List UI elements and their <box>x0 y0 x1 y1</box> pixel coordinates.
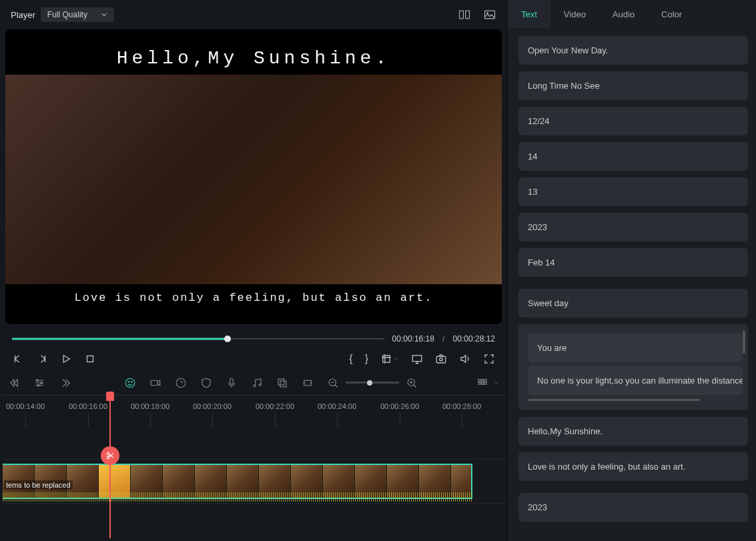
text-item[interactable]: 2023 <box>518 493 748 522</box>
mark-in-button[interactable]: { <box>349 353 352 365</box>
svg-point-12 <box>125 378 135 388</box>
ruler-tick: 00:00:28:00 <box>442 402 481 410</box>
tab-video[interactable]: Video <box>550 0 599 28</box>
text-item[interactable]: Open Your New Day. <box>518 36 748 65</box>
chevron-down-icon[interactable] <box>494 380 499 386</box>
svg-point-19 <box>259 384 261 386</box>
svg-rect-29 <box>482 382 484 384</box>
ruler-tick: 00:00:14:00 <box>6 402 45 410</box>
svg-point-14 <box>131 381 133 382</box>
settings-lines-icon[interactable] <box>33 377 45 389</box>
current-time: 00:00:16:18 <box>392 334 434 344</box>
timeline-track-video[interactable]: tems to be replaced <box>3 460 504 504</box>
crop-dropdown[interactable] <box>380 353 399 365</box>
tab-audio[interactable]: Audio <box>599 0 648 28</box>
text-item[interactable]: 14 <box>518 142 748 171</box>
fullscreen-icon[interactable] <box>483 353 495 365</box>
svg-rect-15 <box>151 380 157 386</box>
mark-out-button[interactable]: } <box>365 353 368 365</box>
music-tool-icon[interactable] <box>251 377 263 389</box>
volume-icon[interactable] <box>459 353 471 365</box>
timeline-track-empty[interactable] <box>3 425 504 460</box>
chevron-down-icon <box>394 356 399 362</box>
camera-tool-icon[interactable] <box>149 377 161 389</box>
duration-time: 00:00:28:12 <box>453 334 495 344</box>
tab-color[interactable]: Color <box>648 0 695 28</box>
text-item[interactable]: Long Time No See <box>518 71 748 100</box>
quality-dropdown[interactable]: Full Quality <box>41 7 114 22</box>
playback-progress[interactable] <box>12 337 384 341</box>
ruler-tick: 00:00:24:00 <box>318 402 356 410</box>
svg-rect-5 <box>383 356 390 363</box>
svg-point-3 <box>487 13 488 14</box>
image-icon[interactable] <box>483 8 496 21</box>
text-item[interactable]: 13 <box>518 177 748 206</box>
text-item[interactable]: Sweet day <box>518 289 748 318</box>
text-item[interactable]: Hello,My Sunshine. <box>518 417 748 446</box>
svg-point-16 <box>176 378 185 388</box>
svg-rect-1 <box>466 11 470 19</box>
clip-label: tems to be replaced <box>4 480 73 490</box>
mic-tool-icon[interactable] <box>226 377 238 389</box>
compare-view-icon[interactable] <box>458 8 471 21</box>
face-tool-icon[interactable] <box>124 377 136 389</box>
group-h-scrollbar[interactable] <box>528 399 700 401</box>
svg-rect-20 <box>278 379 284 385</box>
text-item[interactable]: Feb 14 <box>518 248 748 277</box>
ruler-tick: 00:00:26:00 <box>380 402 419 410</box>
prev-frame-button[interactable] <box>12 353 24 365</box>
preview-title-text: Hello,My Sunshine. <box>5 48 502 69</box>
text-item-group[interactable]: You are No one is your light,so you can … <box>518 324 748 410</box>
svg-rect-0 <box>460 11 464 19</box>
ruler-tick: 00:00:20:00 <box>193 402 232 410</box>
ruler-tick: 00:00:16:00 <box>69 402 107 410</box>
monitor-icon[interactable] <box>411 353 423 365</box>
cut-button[interactable] <box>101 446 119 465</box>
timeline-back-icon[interactable] <box>8 377 20 389</box>
svg-rect-27 <box>484 379 486 381</box>
svg-rect-26 <box>482 379 484 381</box>
zoom-in-button[interactable] <box>406 377 418 389</box>
text-items-list[interactable]: Open Your New Day. Long Time No See 12/2… <box>508 28 756 541</box>
svg-rect-22 <box>304 380 312 386</box>
shield-tool-icon[interactable] <box>200 377 212 389</box>
fit-tool-icon[interactable] <box>302 377 314 389</box>
expand-icon[interactable] <box>59 377 71 389</box>
audio-waveform <box>3 492 472 502</box>
tab-text[interactable]: Text <box>508 0 550 28</box>
svg-rect-17 <box>230 378 234 384</box>
playhead[interactable] <box>109 396 111 538</box>
crop-icon <box>380 353 392 365</box>
play-button[interactable] <box>60 353 72 365</box>
ruler-tick: 00:00:18:00 <box>131 402 169 410</box>
svg-rect-30 <box>484 382 486 384</box>
zoom-out-button[interactable] <box>327 377 339 389</box>
preview-subtitle-text: Love is not only a feeling, but also an … <box>5 292 502 304</box>
snapshot-icon[interactable] <box>435 353 447 365</box>
text-item[interactable]: 2023 <box>518 213 748 241</box>
text-item[interactable]: No one is your light,so you can illumina… <box>528 366 743 395</box>
svg-rect-21 <box>280 381 286 387</box>
stop-button[interactable] <box>84 353 96 365</box>
svg-rect-28 <box>478 382 480 384</box>
speed-tool-icon[interactable] <box>175 377 187 389</box>
timeline-ruler[interactable]: 00:00:14:00 00:00:16:00 00:00:18:00 00:0… <box>3 396 504 425</box>
video-preview[interactable]: Hello,My Sunshine. Love is not only a fe… <box>5 29 502 324</box>
svg-rect-4 <box>87 356 93 362</box>
player-label: Player <box>11 10 35 20</box>
track-view-icon[interactable] <box>476 377 488 389</box>
ruler-tick: 00:00:22:00 <box>256 402 294 410</box>
group-scrollbar[interactable] <box>743 331 745 354</box>
svg-rect-7 <box>436 356 446 363</box>
text-item[interactable]: Love is not only a feeling, but also an … <box>518 452 748 481</box>
svg-point-18 <box>254 385 256 387</box>
svg-rect-25 <box>478 379 480 381</box>
chevron-down-icon <box>101 11 107 18</box>
next-frame-button[interactable] <box>36 353 48 365</box>
zoom-slider[interactable] <box>346 382 399 384</box>
overlay-tool-icon[interactable] <box>276 377 288 389</box>
svg-point-13 <box>128 381 129 382</box>
text-item[interactable]: You are <box>528 334 743 362</box>
quality-value: Full Quality <box>47 10 87 19</box>
text-item[interactable]: 12/24 <box>518 107 748 135</box>
